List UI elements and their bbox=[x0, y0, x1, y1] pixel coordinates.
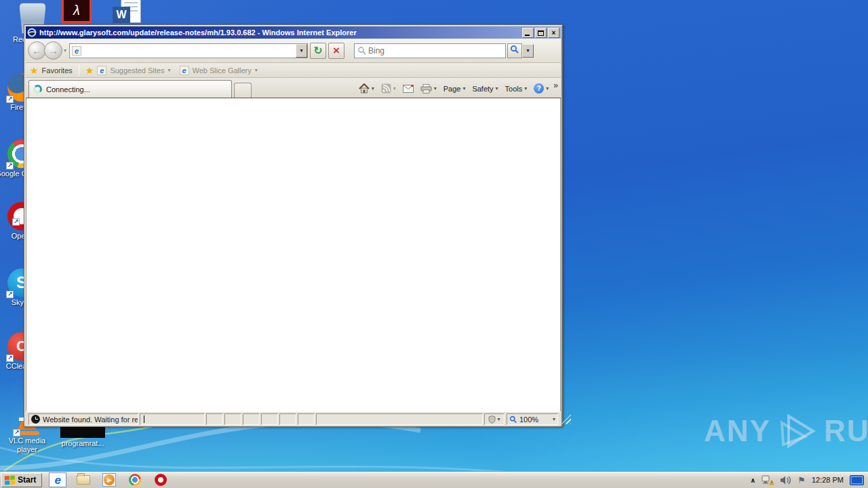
network-warning-icon[interactable] bbox=[762, 474, 774, 485]
dropdown-icon: ▾ bbox=[434, 85, 437, 92]
shortcut-arrow-icon: ↗ bbox=[13, 429, 20, 436]
status-cell bbox=[261, 413, 278, 425]
status-cell-wide bbox=[316, 413, 483, 425]
tab-connecting[interactable]: Connecting... bbox=[28, 80, 232, 98]
anyrun-play-logo-icon bbox=[775, 412, 820, 450]
taskbar-media-player-button[interactable]: ▶ bbox=[100, 472, 118, 487]
stop-button[interactable]: × bbox=[328, 43, 344, 59]
text-caret bbox=[144, 415, 144, 423]
protected-mode-icon bbox=[488, 415, 496, 424]
maximize-button[interactable] bbox=[535, 28, 547, 38]
chrome-icon bbox=[129, 474, 141, 486]
recent-pages-dropdown-icon[interactable]: ▾ bbox=[64, 47, 66, 54]
refresh-button[interactable]: ↻ bbox=[310, 43, 326, 59]
zoom-control[interactable]: 100% ▾ bbox=[507, 413, 558, 425]
action-center-flag-icon[interactable]: ⚑ bbox=[797, 475, 806, 485]
desktop-icon-label: VLC media player bbox=[1, 436, 53, 454]
page-menu-button[interactable]: Page ▾ bbox=[441, 83, 468, 94]
start-label: Start bbox=[18, 475, 36, 485]
address-input[interactable] bbox=[81, 45, 296, 57]
taskbar: Start e ▶ ∧ bbox=[0, 471, 868, 488]
page-menu-label: Page bbox=[443, 85, 461, 93]
printer-icon bbox=[420, 84, 432, 94]
security-zone-panel[interactable]: ▾ bbox=[484, 413, 505, 425]
search-input[interactable] bbox=[367, 45, 502, 56]
opera-icon bbox=[155, 474, 167, 486]
dropdown-icon[interactable]: ▾ bbox=[255, 67, 258, 73]
system-tray: ∧ ⚑ 12:28 PM bbox=[750, 474, 867, 485]
address-bar[interactable]: e ▾ bbox=[69, 43, 308, 58]
page-favicon-icon: e bbox=[72, 46, 81, 56]
dropdown-icon: ▾ bbox=[393, 85, 396, 92]
anyrun-watermark: ANY RUN bbox=[704, 412, 868, 450]
word-document-icon: W bbox=[113, 0, 142, 23]
suggested-sites-button[interactable]: Suggested Sites bbox=[110, 66, 164, 75]
loading-spinner-icon bbox=[33, 85, 42, 94]
tools-menu-button[interactable]: Tools ▾ bbox=[503, 83, 530, 94]
feeds-button[interactable]: ▾ bbox=[379, 82, 398, 95]
help-menu-button[interactable]: ? ▾ bbox=[532, 82, 551, 95]
taskbar-ie-button[interactable]: e bbox=[49, 472, 66, 487]
taskbar-opera-button[interactable] bbox=[152, 472, 170, 487]
favorites-button[interactable]: Favorites bbox=[42, 66, 73, 75]
taskbar-clock[interactable]: 12:28 PM bbox=[812, 476, 844, 484]
new-tab-button[interactable] bbox=[234, 83, 252, 98]
minimize-button[interactable] bbox=[522, 28, 534, 38]
dropdown-icon: ▾ bbox=[496, 85, 498, 92]
status-progress-panel bbox=[140, 413, 205, 425]
page-content bbox=[26, 98, 561, 411]
dropdown-icon: ▾ bbox=[372, 85, 374, 92]
add-to-favorites-bar-icon[interactable]: ★ bbox=[85, 65, 94, 76]
start-button[interactable]: Start bbox=[1, 473, 42, 487]
close-button[interactable]: × bbox=[548, 28, 559, 38]
status-message: Website found. Waiting for reply... bbox=[43, 415, 138, 424]
home-button[interactable]: ▾ bbox=[357, 82, 376, 95]
search-options-dropdown-icon[interactable]: ▾ bbox=[522, 44, 534, 58]
show-desktop-icon[interactable] bbox=[850, 475, 864, 485]
web-slice-gallery-button[interactable]: Web Slice Gallery bbox=[193, 66, 252, 75]
toolbar-overflow-chevron-icon[interactable]: » bbox=[553, 81, 558, 90]
address-dropdown-icon[interactable]: ▾ bbox=[296, 44, 307, 58]
back-button[interactable]: ← bbox=[28, 41, 46, 60]
watermark-any-text: ANY bbox=[704, 414, 771, 448]
shortcut-arrow-icon: ↗ bbox=[6, 96, 14, 103]
tab-bar: Connecting... ▾ bbox=[26, 78, 561, 98]
search-icon bbox=[357, 46, 367, 56]
desktop-icon-word-document[interactable]: W bbox=[111, 0, 144, 23]
desktop-icon-adobe-reader[interactable]: λ bbox=[60, 0, 94, 23]
loading-clock-icon bbox=[31, 415, 40, 424]
dropdown-icon[interactable]: ▾ bbox=[168, 67, 171, 73]
desktop-icon-label: programrat... bbox=[49, 439, 117, 448]
taskbar-chrome-button[interactable] bbox=[126, 472, 144, 487]
ie-window: http://www.glarysoft.com/update/release-… bbox=[24, 24, 563, 427]
search-box[interactable] bbox=[354, 43, 506, 58]
divider bbox=[79, 65, 79, 76]
desktop: Recycle Bin λ W ↗ Firefox ↗ Google Chrom… bbox=[0, 0, 868, 488]
safety-menu-button[interactable]: Safety ▾ bbox=[470, 83, 500, 94]
read-mail-button[interactable] bbox=[401, 83, 416, 94]
rss-feed-icon bbox=[381, 83, 391, 94]
media-player-icon: ▶ bbox=[102, 473, 116, 487]
dropdown-icon: ▾ bbox=[462, 85, 465, 92]
ie-icon: e bbox=[55, 474, 61, 486]
forward-button[interactable]: → bbox=[44, 41, 62, 60]
speaker-icon[interactable] bbox=[780, 475, 791, 485]
status-cell bbox=[224, 413, 241, 425]
search-go-button[interactable] bbox=[507, 43, 522, 58]
taskbar-explorer-button[interactable] bbox=[75, 472, 92, 487]
dropdown-icon: ▾ bbox=[524, 85, 527, 92]
navigation-toolbar: ← → ▾ e ▾ ↻ × bbox=[26, 39, 561, 63]
show-hidden-icons-chevron-icon[interactable]: ∧ bbox=[750, 476, 755, 484]
command-bar: ▾ ▾ bbox=[252, 82, 558, 98]
status-bar: Website found. Waiting for reply... ▾ bbox=[26, 411, 561, 426]
ie-logo-icon bbox=[27, 28, 37, 37]
status-cell bbox=[243, 413, 260, 425]
status-message-panel: Website found. Waiting for reply... bbox=[28, 413, 138, 425]
favorites-bar: ★ Favorites ★ e Suggested Sites ▾ e Web … bbox=[26, 63, 561, 78]
resize-grip[interactable] bbox=[561, 415, 571, 424]
web-slice-favicon-icon: e bbox=[180, 66, 189, 75]
title-bar[interactable]: http://www.glarysoft.com/update/release-… bbox=[26, 26, 561, 39]
print-button[interactable]: ▾ bbox=[418, 83, 439, 95]
shortcut-arrow-icon: ↗ bbox=[12, 218, 20, 226]
shortcut-arrow-icon: ↗ bbox=[6, 162, 14, 169]
